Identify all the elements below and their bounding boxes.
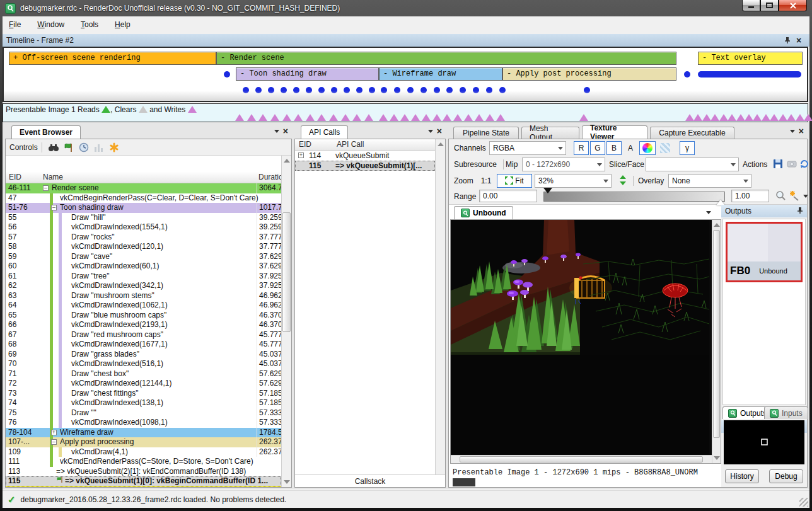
event-row[interactable]: 67Draw "red mushroom caps"45.77778 <box>6 330 281 340</box>
event-row[interactable]: 46-111–Render scene3064.7... <box>6 183 281 193</box>
event-row[interactable]: 57Draw "rocks"37.77778 <box>6 233 281 243</box>
updown-icon[interactable] <box>617 175 629 186</box>
event-browser-column-header[interactable]: EID Name Duratio... <box>6 172 281 183</box>
event-row[interactable]: 55Draw "hill"39.25926 <box>6 213 281 223</box>
close-icon[interactable]: × <box>794 36 803 45</box>
history-button[interactable]: History <box>725 469 759 483</box>
flag-icon[interactable] <box>62 142 75 153</box>
close-icon[interactable]: × <box>799 127 804 135</box>
channel-g-button[interactable]: G <box>590 141 605 155</box>
event-row[interactable]: 56vkCmdDrawIndexed(1554,1)39.25926 <box>6 222 281 233</box>
tab-pipeline-state[interactable]: Pipeline State <box>453 127 519 139</box>
minimize-button[interactable] <box>742 0 760 11</box>
pin-icon[interactable] <box>783 36 792 45</box>
tab-texture-viewer[interactable]: Texture Viewer <box>582 125 647 139</box>
expand-toggle[interactable]: + <box>51 430 57 435</box>
tab-inputs[interactable]: Inputs <box>764 406 808 419</box>
api-calls-scrollbar[interactable] <box>435 139 445 487</box>
caret-down-icon[interactable] <box>790 130 795 133</box>
tab-api-calls[interactable]: API Calls <box>301 125 348 139</box>
event-row[interactable]: 63Draw "mushroom stems"46.96296 <box>6 291 281 301</box>
event-row[interactable]: 61Draw "tree"37.92593 <box>6 272 281 282</box>
clock-icon[interactable] <box>78 142 90 153</box>
timeline-bar[interactable]: + Off-screen scene rendering <box>9 52 216 65</box>
collapse-toggle[interactable]: – <box>51 439 57 445</box>
collapse-toggle[interactable]: – <box>43 185 49 191</box>
channels-select[interactable]: RGBA <box>489 141 566 155</box>
zoom-1to1-button[interactable]: 1:1 <box>477 174 496 188</box>
timeline-bar[interactable]: - Render scene <box>216 52 676 65</box>
gamma-button[interactable]: γ <box>680 141 695 155</box>
event-row[interactable]: 73Draw "chest fittings"57.18518 <box>6 389 281 399</box>
callstack-section[interactable]: Callstack <box>295 474 445 487</box>
range-slider[interactable] <box>543 192 725 202</box>
close-icon[interactable]: × <box>283 127 288 135</box>
viewport-vscrollbar[interactable] <box>712 220 721 463</box>
tab-mesh-output[interactable]: Mesh Output <box>521 127 579 139</box>
event-row[interactable]: 113=> vkQueueSubmit(2)[1]: vkEndCommandB… <box>6 467 281 477</box>
caret-down-icon[interactable] <box>803 195 808 198</box>
event-row[interactable]: 60vkCmdDrawIndexed(60,1)37.62963 <box>6 261 281 272</box>
mip-select[interactable]: 0 - 1272x690 <box>522 158 605 171</box>
asterisk-icon[interactable] <box>108 142 120 153</box>
tab-capture-executable[interactable]: Capture Executable <box>650 127 734 139</box>
api-row[interactable]: +114vkQueueSubmit <box>295 151 435 161</box>
caret-down-icon[interactable] <box>428 130 433 133</box>
timeline-bar[interactable]: - Toon shading draw <box>236 67 379 81</box>
debug-button[interactable]: Debug <box>769 469 803 483</box>
menu-item-tools[interactable]: Tools <box>81 20 98 29</box>
zoom-fit-button[interactable]: Fit <box>497 174 532 188</box>
event-row[interactable]: 75Draw ""57.33333 <box>6 408 281 418</box>
collapse-toggle[interactable]: – <box>51 205 57 210</box>
binoculars-icon[interactable] <box>47 142 60 153</box>
maximize-button[interactable] <box>760 0 779 11</box>
channel-a-button[interactable]: A <box>623 141 638 155</box>
event-row[interactable]: 64vkCmdDrawIndexed(1062,1)46.96296 <box>6 301 281 311</box>
event-row[interactable]: 111vkCmdEndRenderPass(C=Store, D=Store, … <box>6 457 281 467</box>
caret-down-icon[interactable] <box>706 211 711 214</box>
magnifier-icon[interactable] <box>774 190 787 201</box>
event-row[interactable]: 65Draw "blue mushroom caps"46.37037 <box>6 311 281 321</box>
timeline-bar[interactable]: - Wireframe draw <box>379 67 502 81</box>
event-row[interactable]: 69Draw "grass blades"45.03704 <box>6 350 281 360</box>
event-row[interactable]: 71Draw "chest box"57.62963 <box>6 369 281 379</box>
tab-unbound[interactable]: Unbound <box>454 206 513 219</box>
checker-button[interactable] <box>657 141 673 155</box>
range-black-marker[interactable] <box>543 188 552 193</box>
pin-icon[interactable] <box>797 207 803 216</box>
event-row[interactable]: 107-...–Apply post processing262.37... <box>6 437 281 447</box>
event-row[interactable]: 74vkCmdDrawIndexed(138,1)57.18518 <box>6 398 281 408</box>
api-calls-column-header[interactable]: EID API Call <box>295 139 435 151</box>
refresh-icon[interactable] <box>798 158 811 169</box>
texture-viewport[interactable] <box>450 219 721 464</box>
range-max-input[interactable]: 1.00 <box>731 190 769 202</box>
color-wheel-button[interactable] <box>639 141 656 155</box>
timeline-bar[interactable]: - Text overlay <box>698 52 803 65</box>
wand-icon[interactable] <box>788 190 801 201</box>
event-row[interactable]: 116-...+Text overlay511.7037 <box>6 486 281 488</box>
tab-event-browser[interactable]: Event Browser <box>11 125 81 139</box>
viewport-hscrollbar[interactable] <box>451 455 712 463</box>
event-row[interactable]: 51-76–Toon shading draw1017.7... <box>6 203 281 213</box>
event-browser-scrollbar[interactable] <box>281 156 291 487</box>
event-row[interactable]: 70vkCmdDrawIndexed(516,1)45.03704 <box>6 359 281 369</box>
menu-item-file[interactable]: File <box>9 20 21 29</box>
save-icon[interactable] <box>772 158 784 169</box>
event-row[interactable]: 58vkCmdDrawIndexed(120,1)37.77778 <box>6 242 281 252</box>
timeline-bar[interactable]: - Apply post processing <box>502 67 676 81</box>
event-row[interactable]: 68vkCmdDrawIndexed(1677,1)45.77778 <box>6 340 281 350</box>
api-row[interactable]: 115=> vkQueueSubmit(1)[... <box>295 161 435 171</box>
event-row[interactable]: 78-104+Wireframe draw1784.5... <box>6 428 281 438</box>
channel-r-button[interactable]: R <box>574 141 589 155</box>
channel-b-button[interactable]: B <box>606 141 622 155</box>
link-icon[interactable] <box>786 158 798 169</box>
menu-item-window[interactable]: Window <box>37 20 64 29</box>
event-row[interactable]: 76vkCmdDrawIndexed(1098,1)57.33333 <box>6 418 281 428</box>
event-row[interactable]: 66vkCmdDrawIndexed(2193,1)46.37037 <box>6 320 281 330</box>
chart-icon[interactable] <box>93 142 105 153</box>
event-row[interactable]: 72vkCmdDrawIndexed(12144,1)57.62963 <box>6 379 281 389</box>
expand-toggle[interactable]: + <box>298 152 304 158</box>
resize-grip[interactable] <box>799 498 808 507</box>
event-row[interactable]: 115=> vkQueueSubmit(1)[0]: vkBeginComman… <box>6 476 281 486</box>
pixel-context-view[interactable] <box>724 420 804 464</box>
